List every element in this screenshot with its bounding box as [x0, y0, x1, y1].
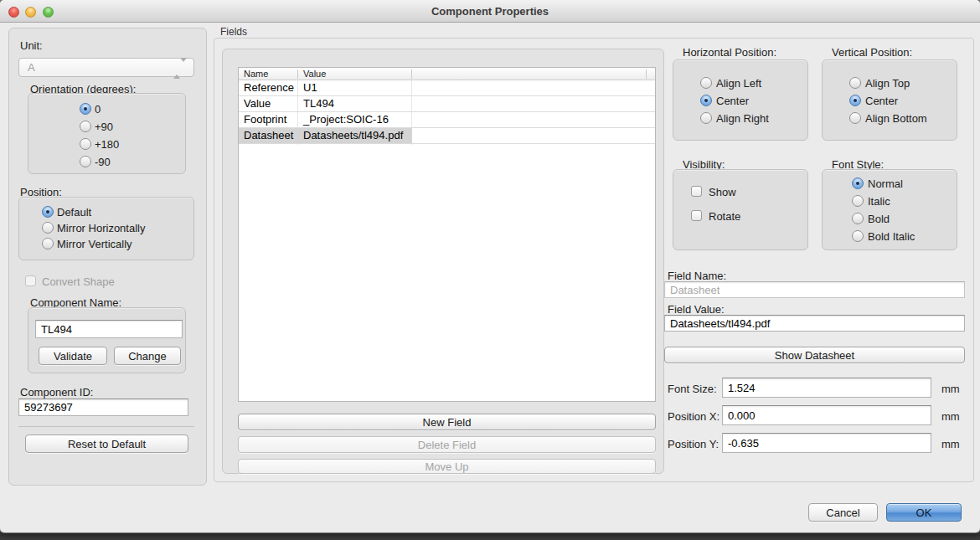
- radio-icon: [849, 112, 861, 124]
- reset-to-default-button[interactable]: Reset to Default: [25, 435, 188, 453]
- close-window-icon[interactable]: [8, 7, 19, 18]
- validate-button[interactable]: Validate: [39, 347, 107, 365]
- radio-selected-icon: [42, 206, 54, 218]
- radio-label: Normal: [868, 177, 903, 190]
- cell-name: Value: [244, 96, 271, 111]
- position-x-input[interactable]: 0.000: [722, 405, 931, 425]
- move-up-button[interactable]: Move Up: [238, 459, 656, 474]
- radio-selected-icon: [852, 177, 864, 189]
- cell-name: Datasheet: [244, 128, 293, 143]
- new-field-button[interactable]: New Field: [238, 414, 656, 430]
- radio-icon: [42, 238, 54, 249]
- checkbox-label: Convert Shape: [42, 275, 115, 288]
- cell-name: Footprint: [244, 112, 286, 127]
- delete-field-button[interactable]: Delete Field: [238, 436, 656, 453]
- radio-label: Center: [865, 95, 898, 107]
- radio-label: -90: [95, 156, 111, 168]
- checkbox-label: Rotate: [709, 210, 740, 223]
- unit-dropdown[interactable]: A: [18, 58, 194, 77]
- radio-icon: [700, 112, 712, 124]
- show-datasheet-button[interactable]: Show Datasheet: [664, 347, 965, 363]
- radio-icon: [852, 195, 864, 207]
- unit-selected-value: A: [28, 61, 35, 74]
- radio-icon: [42, 222, 54, 234]
- vertical-position-label: Vertical Position:: [832, 46, 912, 59]
- radio-icon: [852, 230, 864, 242]
- position-y-input[interactable]: -0.635: [722, 433, 931, 453]
- radio-label: Italic: [868, 195, 890, 208]
- radio-icon: [80, 156, 91, 167]
- radio-label: Align Right: [716, 112, 769, 125]
- column-header-value[interactable]: Value: [298, 68, 411, 80]
- field-value-label: Field Value:: [668, 303, 725, 316]
- radio-label: 0: [95, 103, 101, 116]
- unit-label: Unit:: [20, 39, 43, 52]
- position-y-unit: mm: [941, 438, 960, 450]
- radio-label: Center: [716, 95, 749, 107]
- position-y-label: Position Y:: [668, 438, 719, 450]
- fields-table[interactable]: Name Value Reference U1 Value TL494 Foot…: [238, 67, 656, 402]
- cell-value: TL494: [303, 96, 334, 111]
- component-id-label: Component ID:: [20, 386, 93, 399]
- title-bar: Component Properties: [0, 0, 980, 23]
- cell-value: Datasheets/tl494.pdf: [303, 128, 403, 143]
- cancel-button[interactable]: Cancel: [808, 503, 878, 522]
- position-x-label: Position X:: [668, 410, 720, 423]
- radio-selected-icon: [849, 95, 861, 106]
- radio-label: Mirror Vertically: [57, 238, 132, 250]
- cell-value: _Project:SOIC-16: [303, 112, 389, 127]
- radio-label: +90: [95, 121, 113, 133]
- radio-label: +180: [95, 138, 119, 151]
- cell-name: Reference: [244, 80, 294, 95]
- left-panel-divider: [18, 426, 194, 427]
- component-name-input[interactable]: TL494: [35, 320, 183, 338]
- checkbox-label: Show: [709, 186, 736, 198]
- checkbox-icon: [25, 275, 36, 286]
- radio-label: Align Bottom: [865, 112, 927, 125]
- ok-button[interactable]: OK: [886, 503, 962, 522]
- table-row-value[interactable]: Value TL494: [239, 96, 655, 112]
- field-name-label: Field Name:: [668, 270, 726, 282]
- column-separator[interactable]: [411, 69, 412, 79]
- radio-label: Bold: [868, 213, 890, 225]
- radio-label: Default: [57, 206, 91, 219]
- radio-icon: [80, 138, 91, 150]
- radio-selected-icon: [80, 103, 91, 115]
- checkbox-icon: [691, 186, 702, 197]
- radio-label: Align Left: [716, 77, 761, 90]
- fields-table-header: Name Value: [239, 68, 655, 80]
- table-row-datasheet-selected[interactable]: Datasheet Datasheets/tl494.pdf: [239, 128, 655, 144]
- desktop-background: Component Properties Unit: A Orientation…: [0, 0, 980, 540]
- radio-label: Mirror Horizontally: [57, 222, 145, 234]
- cell-value: U1: [303, 80, 317, 95]
- change-button[interactable]: Change: [114, 347, 181, 365]
- zoom-window-icon[interactable]: [43, 7, 54, 18]
- column-header-name[interactable]: Name: [239, 68, 297, 80]
- radio-icon: [700, 77, 712, 89]
- font-size-unit: mm: [941, 383, 960, 395]
- table-row-reference[interactable]: Reference U1: [239, 80, 655, 96]
- checkbox-icon: [691, 210, 702, 221]
- radio-selected-icon: [700, 95, 712, 106]
- position-x-unit: mm: [941, 410, 960, 423]
- component-id-field[interactable]: 59273697: [18, 399, 188, 416]
- radio-label: Bold Italic: [868, 230, 915, 243]
- column-separator[interactable]: [297, 69, 298, 79]
- radio-icon: [80, 121, 91, 132]
- window-title: Component Properties: [0, 0, 980, 23]
- column-separator[interactable]: [646, 69, 647, 79]
- fields-section-label: Fields: [220, 26, 247, 38]
- dropdown-stepper-icon: [173, 62, 187, 75]
- table-row-footprint[interactable]: Footprint _Project:SOIC-16: [239, 112, 655, 128]
- radio-icon: [852, 213, 864, 224]
- radio-label: Align Top: [865, 77, 910, 90]
- horizontal-position-label: Horizontal Position:: [683, 46, 776, 59]
- radio-icon: [849, 77, 861, 89]
- font-size-input[interactable]: 1.524: [722, 378, 931, 398]
- minimize-window-icon[interactable]: [25, 7, 36, 18]
- field-value-input[interactable]: Datasheets/tl494.pdf: [664, 315, 965, 332]
- component-properties-dialog: Component Properties Unit: A Orientation…: [0, 0, 980, 532]
- font-size-label: Font Size:: [668, 383, 717, 395]
- field-name-input[interactable]: Datasheet: [664, 281, 965, 298]
